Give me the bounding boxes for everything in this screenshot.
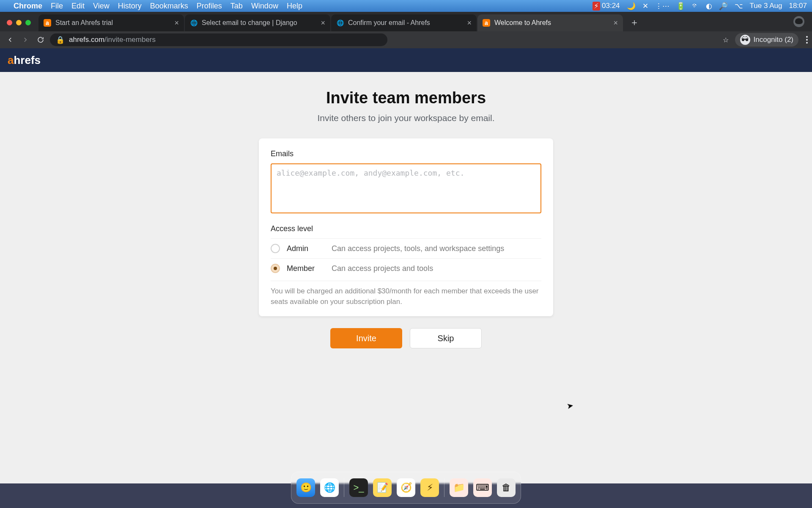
dock-app-terminal[interactable]: >_ [349,478,368,497]
wifi-icon[interactable]: ᯤ [692,2,699,10]
screen-timer[interactable]: ⚡︎ 03:24 [593,2,620,11]
page-viewport: ahrefs Invite team members Invite others… [0,48,812,483]
do-not-disturb-icon[interactable]: 🌙 [627,2,636,11]
radio-icon-selected[interactable] [271,264,280,273]
screen-timer-value: 03:24 [602,2,620,10]
dock-app-finder[interactable]: 🙂 [296,478,315,497]
favicon-globe-icon: 🌐 [190,19,198,27]
menubar-status-area: ⚡︎ 03:24 🌙 ✕ ⋮⋯ 🔋 ᯤ ◐ 🔎 ⌥ Tue 3 Aug 18:0… [593,2,807,11]
incognito-indicator-icon[interactable] [793,16,804,27]
access-option-admin[interactable]: Admin Can access projects, tools, and wo… [271,238,541,258]
close-tab-icon[interactable]: × [613,19,618,28]
dock-app-quickaction[interactable]: ⚡︎ [420,478,439,497]
brand-logo[interactable]: ahrefs [8,54,41,67]
bolt-icon: ⚡︎ [593,2,600,11]
menubar-time[interactable]: 18:07 [789,2,807,10]
app-top-bar: ahrefs [0,48,812,72]
dock-separator [444,478,444,497]
battery-icon[interactable]: 🔋 [676,2,685,11]
nav-forward-button[interactable] [19,34,31,46]
form-actions: Invite Skip [0,328,812,348]
omnibox-host: ahrefs.com [69,36,104,44]
emails-input[interactable] [271,163,541,213]
menubar-date[interactable]: Tue 3 Aug [750,2,782,10]
chrome-tabstrip: a Start an Ahrefs trial × 🌐 Select email… [0,12,812,31]
omnibox-url: ahrefs.com/invite-members [69,36,156,44]
menu-bookmarks[interactable]: Bookmarks [150,2,188,11]
dock-app-notes[interactable]: 📝 [373,478,392,497]
tab-0[interactable]: a Start an Ahrefs trial × [38,14,184,31]
page-body: Invite team members Invite others to joi… [0,72,812,483]
chrome-window: a Start an Ahrefs trial × 🌐 Select email… [0,12,812,483]
close-tab-icon[interactable]: × [321,19,325,28]
brand-a: a [8,54,14,66]
tab-title: Select email to change | Django [202,19,316,27]
spotlight-icon[interactable]: 🔎 [719,2,728,11]
dock-app-safari[interactable]: 🧭 [397,478,415,497]
lock-icon: 🔒 [56,36,65,44]
close-window-icon[interactable] [7,20,12,25]
tab-3-active[interactable]: a Welcome to Ahrefs × [477,14,623,31]
page-title: Invite team members [0,89,812,107]
menu-profiles[interactable]: Profiles [197,2,222,11]
favicon-ahrefs-icon: a [44,19,51,27]
macos-dock[interactable]: 🙂 🌐 >_ 📝 🧭 ⚡︎ 📁 ⌨︎ 🗑 [291,472,521,504]
radio-icon[interactable] [271,244,280,253]
chrome-menu-button[interactable] [806,36,808,44]
incognito-label: Incognito (2) [754,36,794,44]
bookmark-star-icon[interactable]: ☆ [720,34,732,46]
active-app[interactable]: Chrome [14,2,42,11]
nav-reload-button[interactable] [35,34,47,46]
nav-back-button[interactable] [4,34,16,46]
zoom-window-icon[interactable] [25,20,31,25]
tab-title: Start an Ahrefs trial [55,19,170,27]
incognito-chip[interactable]: 🕶 Incognito (2) [735,33,799,47]
omnibox-path: /invite-members [104,36,156,44]
access-option-member[interactable]: Member Can access projects and tools [271,258,541,278]
chrome-toolbar: 🔒 ahrefs.com/invite-members ☆ 🕶 Incognit… [0,31,812,48]
dock-app-folder[interactable]: 📁 [450,478,468,497]
access-option-desc: Can access projects, tools, and workspac… [332,244,504,253]
omnibox[interactable]: 🔒 ahrefs.com/invite-members [50,33,387,46]
control-center-icon[interactable]: ⌥ [735,2,743,11]
tab-title: Welcome to Ahrefs [494,19,609,27]
dock-separator [344,478,344,497]
close-tab-icon[interactable]: × [467,19,472,28]
invite-button[interactable]: Invite [330,328,402,348]
dock-app-keyboard[interactable]: ⌨︎ [473,478,492,497]
macos-menubar: Chrome File Edit View History Bookmarks … [0,0,812,12]
access-option-name: Member [287,264,325,273]
menu-view[interactable]: View [93,2,110,11]
close-tab-icon[interactable]: × [174,19,179,28]
menu-help[interactable]: Help [287,2,302,11]
dots-status-icon[interactable]: ⋮⋯ [655,2,669,11]
emails-label: Emails [271,149,541,158]
dock-app-chrome[interactable]: 🌐 [320,478,339,497]
tab-title: Confirm your email - Ahrefs [348,19,463,27]
tab-2[interactable]: 🌐 Confirm your email - Ahrefs × [331,14,477,31]
new-tab-button[interactable]: ＋ [628,16,641,29]
tab-1[interactable]: 🌐 Select email to change | Django × [185,14,330,31]
favicon-ahrefs-icon: a [483,19,490,27]
access-option-desc: Can access projects and tools [332,264,433,273]
invite-card: Emails Access level Admin Can access pro… [259,138,553,316]
pricing-fineprint: You will be charged an additional $30/mo… [271,281,541,307]
menu-tab[interactable]: Tab [230,2,243,11]
menu-window[interactable]: Window [251,2,278,11]
minimize-window-icon[interactable] [16,20,22,25]
incognito-icon: 🕶 [740,35,750,45]
access-level-label: Access level [271,224,541,233]
ethernet-icon[interactable]: ✕ [642,2,648,11]
skip-button[interactable]: Skip [410,328,482,348]
menu-history[interactable]: History [118,2,142,11]
dock-app-trash[interactable]: 🗑 [497,478,516,497]
access-option-name: Admin [287,244,325,253]
window-traffic-lights[interactable] [7,20,31,25]
menu-file[interactable]: File [51,2,63,11]
page-subtitle: Invite others to join your workspace by … [0,113,812,123]
favicon-globe-icon: 🌐 [336,19,344,27]
user-switch-icon[interactable]: ◐ [706,2,712,11]
menu-edit[interactable]: Edit [71,2,85,11]
brand-rest: hrefs [14,54,41,66]
